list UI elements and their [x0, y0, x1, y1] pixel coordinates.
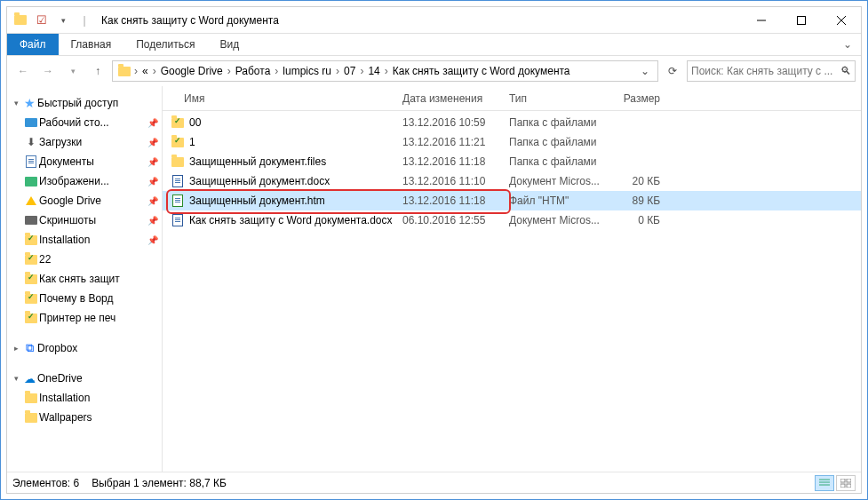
- sidebar-item[interactable]: 22: [7, 250, 162, 269]
- file-name: Как снять защиту с Word документа.docx: [189, 214, 393, 226]
- folder-icon: [170, 157, 186, 167]
- sidebar-label: Быстрый доступ: [37, 97, 162, 109]
- nav-up-button[interactable]: ↑: [87, 60, 108, 82]
- file-list-pane: Имя Дата изменения Тип Размер 0013.12.20…: [163, 86, 861, 472]
- breadcrumb-item[interactable]: lumpics ru: [280, 65, 334, 77]
- pin-icon: 📌: [147, 177, 158, 187]
- sidebar-item[interactable]: Скриншоты📌: [7, 210, 162, 230]
- refresh-button[interactable]: ⟳: [662, 60, 683, 82]
- view-details-button[interactable]: [815, 475, 834, 491]
- file-row[interactable]: Защищенный документ.docx13.12.2016 11:10…: [163, 171, 861, 191]
- twisty-icon[interactable]: ▸: [11, 344, 21, 353]
- file-name: 00: [189, 116, 201, 129]
- search-input[interactable]: [691, 65, 840, 77]
- nav-pane: ▾ ★ Быстрый доступ Рабочий сто...📌⬇Загру…: [7, 86, 163, 472]
- nav-forward-button[interactable]: →: [37, 60, 59, 82]
- folder-icon: [23, 274, 39, 284]
- breadcrumb-item[interactable]: 14: [365, 65, 382, 77]
- file-name: Защищенный документ.docx: [189, 175, 330, 187]
- minimize-button[interactable]: [741, 8, 781, 33]
- svg-rect-7: [840, 479, 845, 482]
- sidebar-quick-access[interactable]: ▾ ★ Быстрый доступ: [7, 93, 162, 113]
- nav-back-button[interactable]: ←: [12, 60, 34, 82]
- titlebar: ☑ ▾ | Как снять защиту с Word документа: [7, 7, 861, 34]
- breadcrumb-item[interactable]: 07: [341, 65, 358, 77]
- tab-home[interactable]: Главная: [59, 34, 124, 55]
- sidebar-item[interactable]: Изображени...📌: [7, 171, 162, 191]
- word-doc-icon: [170, 175, 186, 187]
- col-date[interactable]: Дата изменения: [394, 92, 500, 105]
- svg-rect-9: [840, 484, 845, 488]
- search-icon[interactable]: 🔍︎: [840, 65, 851, 77]
- pin-icon: 📌: [147, 157, 158, 167]
- breadcrumb[interactable]: › « › Google Drive › Работа › lumpics ru…: [112, 60, 658, 82]
- star-icon: ★: [21, 96, 37, 110]
- nav-recent-dropdown[interactable]: ▾: [62, 60, 84, 82]
- breadcrumb-ellipsis[interactable]: «: [139, 65, 151, 77]
- breadcrumb-dropdown-icon[interactable]: ⌄: [636, 65, 654, 77]
- sidebar-item[interactable]: Документы📌: [7, 152, 162, 171]
- sidebar-item-label: Installation: [39, 234, 147, 246]
- col-size[interactable]: Размер: [607, 92, 669, 105]
- breadcrumb-item[interactable]: Как снять защиту с Word документа: [390, 65, 573, 77]
- pin-icon: 📌: [147, 196, 158, 206]
- file-type: Документ Micros...: [500, 175, 607, 187]
- sidebar-dropbox[interactable]: ▸ ⧉ Dropbox: [7, 338, 162, 358]
- pictures-icon: [23, 177, 39, 187]
- breadcrumb-item[interactable]: Google Drive: [158, 65, 226, 77]
- sidebar-item[interactable]: Installation📌: [7, 230, 162, 250]
- svg-rect-1: [797, 16, 805, 24]
- folder-icon: [170, 118, 186, 128]
- sidebar-item[interactable]: Рабочий сто...📌: [7, 113, 162, 132]
- file-row[interactable]: 0013.12.2016 10:59Папка с файлами: [163, 113, 861, 132]
- sidebar-item[interactable]: Как снять защит: [7, 269, 162, 289]
- close-button[interactable]: [821, 8, 861, 33]
- maximize-button[interactable]: [781, 8, 821, 33]
- ribbon-expand-icon[interactable]: ⌄: [834, 34, 861, 55]
- sidebar-label: Dropbox: [37, 342, 162, 354]
- twisty-icon[interactable]: ▾: [11, 99, 21, 107]
- breadcrumb-sep: ›: [358, 65, 365, 77]
- sidebar-item-label: Изображени...: [39, 175, 147, 187]
- sidebar-item-label: Как снять защит: [39, 273, 162, 285]
- view-large-icons-button[interactable]: [836, 475, 856, 491]
- qat-dropdown-icon[interactable]: ▾: [53, 11, 73, 30]
- sidebar-onedrive[interactable]: ▾ ☁ OneDrive: [7, 369, 162, 388]
- htm-doc-icon: [170, 194, 186, 207]
- gdrive-icon: [23, 196, 39, 205]
- twisty-icon[interactable]: ▾: [11, 374, 21, 383]
- file-type: Папка с файлами: [500, 116, 607, 129]
- sidebar-item-label: Документы: [39, 155, 147, 168]
- sidebar-item-label: Принтер не печ: [39, 312, 162, 324]
- window-title: Как снять защиту с Word документа: [101, 14, 279, 27]
- sidebar-item[interactable]: ⬇Загрузки📌: [7, 132, 162, 152]
- explorer-window: ☑ ▾ | Как снять защиту с Word документа …: [0, 0, 868, 500]
- sidebar-item[interactable]: Почему в Ворд: [7, 289, 162, 308]
- sidebar-item[interactable]: Принтер не печ: [7, 308, 162, 328]
- tab-file[interactable]: Файл: [7, 34, 59, 55]
- tab-view[interactable]: Вид: [207, 34, 251, 55]
- sidebar-item-label: Почему в Ворд: [39, 292, 162, 305]
- file-row[interactable]: Защищенный документ.htm13.12.2016 11:18Ф…: [163, 191, 861, 210]
- search-box[interactable]: 🔍︎: [687, 60, 856, 82]
- file-type: Документ Micros...: [500, 214, 607, 226]
- file-row[interactable]: Защищенный документ.files13.12.2016 11:1…: [163, 152, 861, 171]
- qat-properties-icon[interactable]: ☑: [32, 11, 52, 30]
- sidebar-item[interactable]: Google Drive📌: [7, 191, 162, 210]
- col-type[interactable]: Тип: [500, 92, 607, 105]
- tab-share[interactable]: Поделиться: [123, 34, 207, 55]
- breadcrumb-folder-icon: [116, 67, 132, 76]
- sidebar-item-label: 22: [39, 253, 162, 266]
- sidebar-item[interactable]: Wallpapers: [7, 408, 162, 427]
- dropbox-icon: ⧉: [21, 341, 37, 355]
- file-rows: 0013.12.2016 10:59Папка с файлами113.12.…: [163, 111, 861, 472]
- sidebar-item-label: Installation: [39, 392, 162, 404]
- breadcrumb-item[interactable]: Работа: [233, 65, 274, 77]
- col-name[interactable]: Имя: [163, 92, 394, 105]
- file-row[interactable]: 113.12.2016 11:21Папка с файлами: [163, 132, 861, 152]
- file-row[interactable]: Как снять защиту с Word документа.docx06…: [163, 210, 861, 230]
- folder-icon: [170, 138, 186, 147]
- sidebar-item[interactable]: Installation: [7, 388, 162, 408]
- file-name: Защищенный документ.files: [189, 155, 326, 168]
- sidebar-label: OneDrive: [37, 372, 162, 385]
